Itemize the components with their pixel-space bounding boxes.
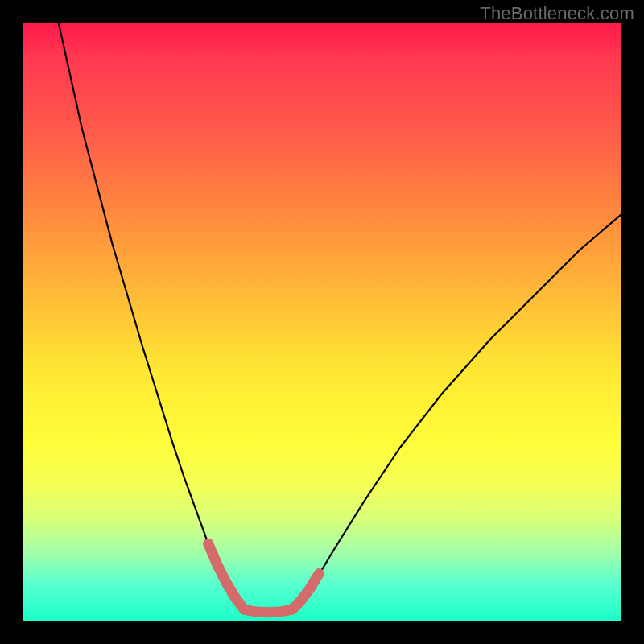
app-frame: TheBottleneck.com (0, 0, 644, 644)
highlight-valley (244, 609, 292, 613)
chart-svg (23, 23, 621, 621)
curve-group (59, 23, 621, 613)
highlight-left (208, 543, 245, 609)
highlight-right (292, 573, 319, 609)
bottleneck-curve (59, 23, 621, 613)
watermark-text: TheBottleneck.com (480, 3, 634, 24)
